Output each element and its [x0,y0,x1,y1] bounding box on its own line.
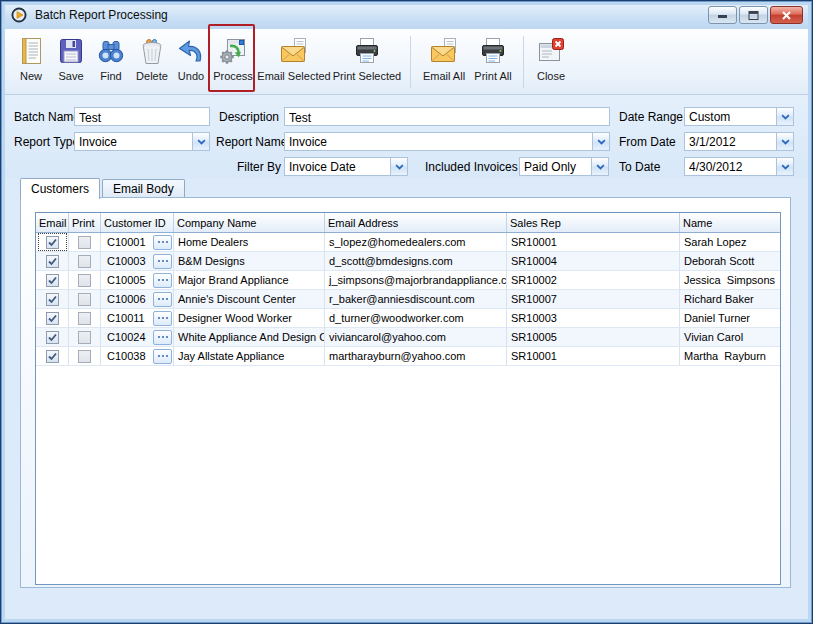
minimize-button[interactable] [708,6,737,24]
column-header-email[interactable]: Email [36,213,69,232]
email-checkbox[interactable] [46,274,59,287]
browse-ellipsis-button[interactable] [153,292,172,307]
maximize-button[interactable] [739,6,768,24]
table-row[interactable]: C10024 White Appliance And Design Co viv… [36,328,780,347]
column-header-name[interactable]: Name [680,213,780,232]
email-checkbox[interactable] [46,255,59,268]
delete-button[interactable]: Delete [131,33,173,82]
report-name-select[interactable]: Invoice [284,132,610,151]
date-range-select[interactable]: Custom [684,107,794,126]
email-cell [36,309,69,327]
chevron-down-icon[interactable] [776,158,793,175]
email-all-button[interactable]: Email All [418,33,470,82]
browse-ellipsis-button[interactable] [153,349,172,364]
description-field[interactable] [284,107,610,126]
company-cell: Designer Wood Worker [174,309,325,327]
tab-email-body[interactable]: Email Body [102,179,185,197]
email-checkbox[interactable] [46,331,59,344]
close-icon [781,11,792,20]
new-button[interactable]: New [11,33,51,82]
description-label: Description [219,110,279,124]
process-button[interactable]: Process [209,33,257,82]
column-header-company-name[interactable]: Company Name [174,213,325,232]
column-header-email-address[interactable]: Email Address [325,213,507,232]
email-checkbox[interactable] [46,350,59,363]
from-date-select[interactable]: 3/1/2012 [684,132,794,151]
print-checkbox[interactable] [78,293,91,306]
customer-id-cell: C10006 [101,290,174,308]
table-row[interactable]: C10038 Jay Allstate Appliance martharayb… [36,347,780,366]
print-all-button[interactable]: Print All [470,33,516,82]
browse-ellipsis-button[interactable] [153,311,172,326]
print-checkbox[interactable] [78,331,91,344]
find-button[interactable]: Find [91,33,131,82]
chevron-down-icon[interactable] [776,108,793,125]
email-selected-button[interactable]: Email Selected [257,33,331,82]
name-cell: Richard Baker [680,290,780,308]
tab-customers[interactable]: Customers [20,178,100,199]
tab-label: Customers [31,182,89,196]
print-cell [69,290,101,308]
print-checkbox[interactable] [78,255,91,268]
chevron-down-icon[interactable] [591,158,608,175]
column-header-customer-id[interactable]: Customer ID [101,213,174,232]
checkmark-icon [47,351,58,362]
table-row[interactable]: C10001 Home Dealers s_lopez@homedealers.… [36,233,780,252]
batch-name-field[interactable] [74,107,210,126]
from-date-label: From Date [619,135,676,149]
table-row[interactable]: C10011 Designer Wood Worker d_turner@woo… [36,309,780,328]
sales-rep-value: SR10007 [511,293,557,305]
email-address-value: d_scott@bmdesigns.com [329,255,453,267]
chevron-down-icon[interactable] [192,133,209,150]
browse-ellipsis-button[interactable] [153,254,172,269]
table-row[interactable]: C10005 Major Brand Appliance j_simpsons@… [36,271,780,290]
batch-name-input[interactable] [75,110,209,127]
save-button[interactable]: Save [51,33,91,82]
chevron-down-icon[interactable] [390,158,407,175]
email-checkbox[interactable] [46,293,59,306]
to-date-select[interactable]: 4/30/2012 [684,157,794,176]
email-cell [36,347,69,365]
filter-by-label: Filter By [237,160,281,174]
name-value: Sarah Lopez [684,236,746,248]
sales-rep-cell: SR10004 [507,252,680,270]
close-button[interactable] [770,6,803,24]
undo-button[interactable]: Undo [173,33,209,82]
chevron-down-icon[interactable] [776,133,793,150]
sales-rep-cell: SR10001 [507,347,680,365]
description-input[interactable] [285,110,609,127]
chevron-down-icon[interactable] [592,133,609,150]
print-cell [69,347,101,365]
toolbar-button-label: Save [58,70,83,82]
email-checkbox[interactable] [46,312,59,325]
print-checkbox-wrap [71,234,98,250]
print-checkbox[interactable] [78,350,91,363]
column-header-sales-rep[interactable]: Sales Rep [507,213,680,232]
print-checkbox[interactable] [78,274,91,287]
print-cell [69,309,101,327]
toolbar: New Save Find [1,29,812,95]
email-checkbox-wrap [39,272,66,288]
browse-ellipsis-button[interactable] [153,330,172,345]
sales-rep-cell: SR10002 [507,271,680,289]
print-checkbox[interactable] [78,312,91,325]
toolbar-separator [410,36,411,88]
grid-body: C10001 Home Dealers s_lopez@homedealers.… [36,233,780,366]
table-row[interactable]: C10003 B&M Designs d_scott@bmdesigns.com… [36,252,780,271]
print-checkbox[interactable] [78,236,91,249]
sales-rep-cell: SR10001 [507,233,680,251]
report-type-select[interactable]: Invoice [74,132,210,151]
included-invoices-select[interactable]: Paid Only [519,157,609,176]
email-checkbox[interactable] [46,236,59,249]
customer-id-cell: C10003 [101,252,174,270]
name-cell: Vivian Carol [680,328,780,346]
included-invoices-label: Included Invoices [425,160,518,174]
browse-ellipsis-button[interactable] [153,273,172,288]
browse-ellipsis-button[interactable] [153,235,172,250]
print-selected-button[interactable]: Print Selected [331,33,403,82]
table-row[interactable]: C10006 Annie's Discount Center r_baker@a… [36,290,780,309]
name-value: Vivian Carol [684,331,743,343]
column-header-print[interactable]: Print [69,213,101,232]
filter-by-select[interactable]: Invoice Date [284,157,408,176]
close-form-button[interactable]: Close [531,33,571,82]
